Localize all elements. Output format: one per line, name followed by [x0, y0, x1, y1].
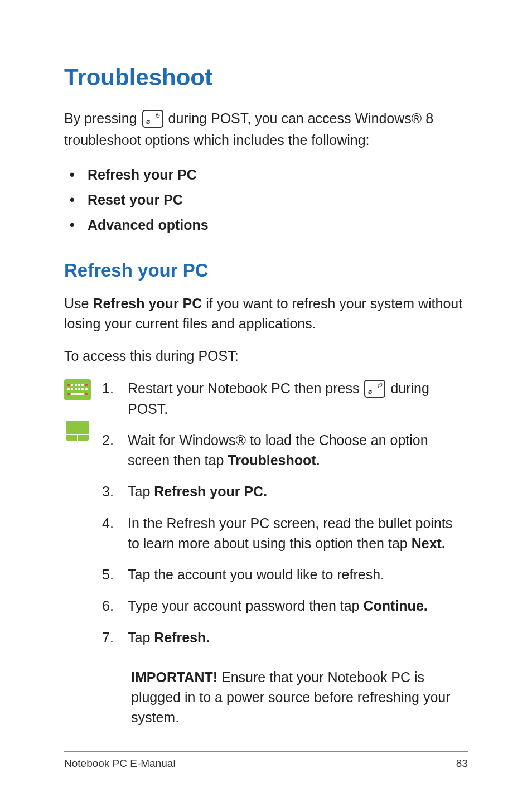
page-number: 83: [456, 757, 468, 770]
key-glyph-icon: ⌀: [368, 388, 372, 395]
intro-paragraph: By pressing f9 ⌀ during POST, you can ac…: [64, 108, 468, 151]
step-item: Wait for Windows® to load the Choose an …: [102, 430, 468, 471]
f9-key-icon: f9 ⌀: [364, 380, 385, 398]
steps-list: Restart your Notebook PC then press f9 ⌀…: [102, 378, 468, 648]
text: Use: [64, 296, 93, 311]
footer-title: Notebook PC E-Manual: [64, 757, 176, 770]
important-note: IMPORTANT! Ensure that your Notebook PC …: [128, 659, 468, 736]
text: Tap: [128, 630, 154, 645]
text: Type your account password then tap: [128, 598, 363, 613]
page-footer: Notebook PC E-Manual 83: [64, 751, 468, 770]
bullet-item: Advanced options: [64, 217, 468, 233]
step-item: Restart your Notebook PC then press f9 ⌀…: [102, 378, 468, 419]
key-label: f9: [156, 112, 160, 120]
text: Tap: [128, 484, 154, 499]
access-line: To access this during POST:: [64, 346, 468, 366]
section-intro: Use Refresh your PC if you want to refre…: [64, 293, 468, 334]
section-heading: Refresh your PC: [64, 260, 468, 281]
bullet-list: Refresh your PC Reset your PC Advanced o…: [64, 167, 468, 233]
key-glyph-icon: ⌀: [146, 118, 150, 125]
bold-text: Refresh.: [154, 630, 210, 645]
bold-text: Refresh your PC.: [154, 484, 267, 499]
bold-text: Refresh your PC: [93, 296, 202, 311]
step-item: In the Refresh your PC screen, read the …: [102, 513, 468, 554]
bullet-item: Reset your PC: [64, 192, 468, 208]
touchpad-icon: [66, 421, 89, 441]
page-title: Troubleshoot: [64, 64, 468, 91]
important-label: IMPORTANT!: [131, 669, 217, 685]
bullet-item: Refresh your PC: [64, 167, 468, 183]
bold-text: Troubleshoot.: [228, 452, 320, 468]
step-item: Tap the account you would like to refres…: [102, 564, 468, 584]
step-item: Tap Refresh your PC.: [102, 481, 468, 501]
text: Restart your Notebook PC then press: [128, 380, 363, 396]
key-label: f9: [378, 381, 383, 390]
bold-text: Next.: [412, 535, 446, 551]
step-item: Type your account password then tap Cont…: [102, 596, 468, 616]
step-item: Tap Refresh.: [102, 627, 468, 648]
f9-key-icon: f9 ⌀: [142, 110, 163, 128]
text: In the Refresh your PC screen, read the …: [128, 515, 452, 551]
bold-text: Continue.: [363, 598, 427, 613]
keyboard-icon: [64, 379, 91, 400]
intro-text-1: By pressing: [64, 110, 141, 126]
